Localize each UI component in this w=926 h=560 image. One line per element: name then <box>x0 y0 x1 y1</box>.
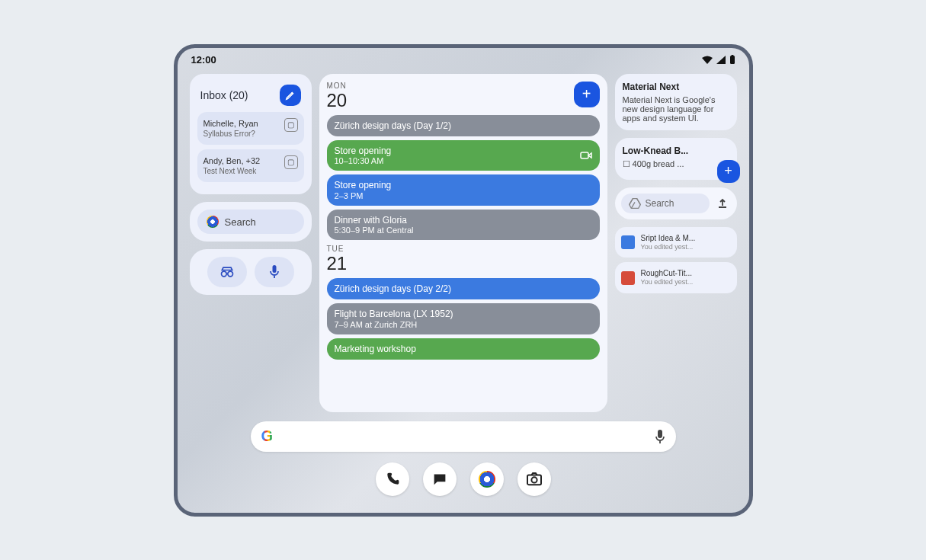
dock <box>190 458 737 504</box>
clock: 12:00 <box>191 54 216 66</box>
note-title: Material Next <box>623 82 729 92</box>
archive-icon[interactable]: ▢ <box>284 155 298 169</box>
note-title: Low-Knead B... <box>623 146 729 156</box>
svg-point-8 <box>531 477 537 482</box>
compose-button[interactable] <box>280 85 301 106</box>
svg-point-2 <box>221 271 226 277</box>
inbox-item[interactable]: Andy, Ben, +32 Test Next Week ▢ <box>197 149 304 182</box>
calendar-event[interactable]: Store opening 2–3 PM <box>327 174 600 205</box>
camera-app-icon[interactable] <box>517 462 551 496</box>
tablet-frame: 12:00 Inbox (20) Mich <box>174 44 753 517</box>
svg-rect-4 <box>272 265 276 273</box>
mic-icon[interactable] <box>655 429 665 444</box>
note-body: Material Next is Google's new design lan… <box>623 95 729 123</box>
chrome-search-widget[interactable]: Search <box>190 202 312 242</box>
chrome-icon <box>207 216 219 228</box>
calendar-event[interactable]: Marketing workshop <box>327 338 600 360</box>
wifi-icon <box>702 56 713 64</box>
phone-app-icon[interactable] <box>376 462 409 496</box>
chrome-shortcuts-widget <box>190 249 312 295</box>
archive-icon[interactable]: ▢ <box>284 118 298 132</box>
video-call-icon <box>580 151 592 160</box>
messages-app-icon[interactable] <box>423 462 457 496</box>
calendar-event[interactable]: Flight to Barcelona (LX 1952) 7–9 AM at … <box>327 303 600 334</box>
svg-rect-1 <box>731 55 733 56</box>
status-bar: 12:00 <box>178 48 749 72</box>
svg-point-3 <box>227 271 232 277</box>
drive-icon <box>629 198 641 209</box>
battery-icon <box>729 55 735 64</box>
voice-search-button[interactable] <box>255 257 294 287</box>
add-event-button[interactable]: + <box>574 82 600 107</box>
inbox-title: Inbox (20) <box>200 89 248 101</box>
keep-note-widget[interactable]: Material Next Material Next is Google's … <box>615 74 737 130</box>
docs-icon <box>621 235 635 249</box>
note-checklist-item: ☐ 400g bread ... <box>623 159 729 169</box>
day-of-week: TUE <box>327 245 600 253</box>
day-of-week: MON <box>327 82 348 90</box>
drive-doc-item[interactable]: RoughCut-Tit... You edited yest... <box>615 262 737 293</box>
svg-rect-5 <box>581 152 588 158</box>
search-label: Search <box>225 216 256 228</box>
calendar-widget[interactable]: MON 20 + Zürich design days (Day 1/2) St… <box>319 74 607 412</box>
email-from: Andy, Ben, +32 <box>203 155 261 166</box>
upload-icon[interactable] <box>714 195 731 212</box>
email-subject: Test Next Week <box>203 166 261 176</box>
chrome-app-icon[interactable] <box>470 462 504 496</box>
calendar-event[interactable]: Dinner with Gloria 5:30–9 PM at Central <box>327 210 600 240</box>
inbox-widget[interactable]: Inbox (20) Michelle, Ryan Syllabus Error… <box>190 74 312 195</box>
keep-note-widget[interactable]: Low-Knead B... ☐ 400g bread ... + <box>615 138 737 180</box>
drive-search-label: Search <box>646 198 674 209</box>
svg-rect-6 <box>658 430 662 438</box>
signal-icon <box>716 56 726 64</box>
google-logo-icon: G <box>261 427 274 445</box>
email-from: Michelle, Ryan <box>203 118 258 129</box>
email-subject: Syllabus Error? <box>203 129 258 139</box>
drive-search-widget[interactable]: Search <box>615 187 737 219</box>
incognito-button[interactable] <box>207 257 247 287</box>
calendar-event[interactable]: Zürich design days (Day 1/2) <box>327 115 600 136</box>
add-note-button[interactable]: + <box>717 160 740 183</box>
drive-doc-item[interactable]: Sript Idea & M... You edited yest... <box>615 227 737 258</box>
inbox-item[interactable]: Michelle, Ryan Syllabus Error? ▢ <box>197 112 304 145</box>
calendar-event[interactable]: Store opening 10–10:30 AM <box>327 140 600 171</box>
google-search-bar[interactable]: G <box>251 421 676 452</box>
day-number: 20 <box>327 90 348 111</box>
day-number: 21 <box>327 253 600 274</box>
video-file-icon <box>621 271 635 285</box>
calendar-event[interactable]: Zürich design days (Day 2/2) <box>327 278 600 299</box>
svg-rect-0 <box>730 56 735 64</box>
